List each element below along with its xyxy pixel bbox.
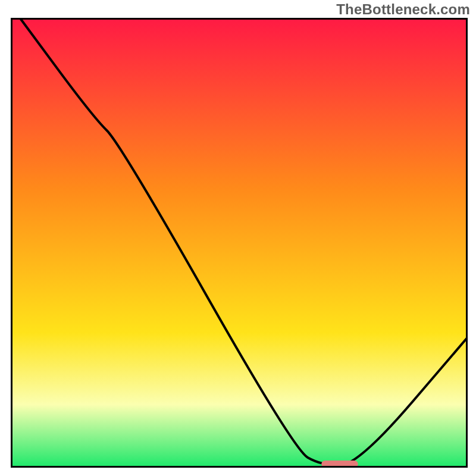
- bottleneck-curve-chart: [11, 18, 468, 468]
- attribution-label: TheBottleneck.com: [336, 1, 470, 18]
- plot-area: [11, 18, 468, 468]
- chart-frame: TheBottleneck.com: [0, 0, 476, 476]
- gradient-background: [11, 18, 468, 468]
